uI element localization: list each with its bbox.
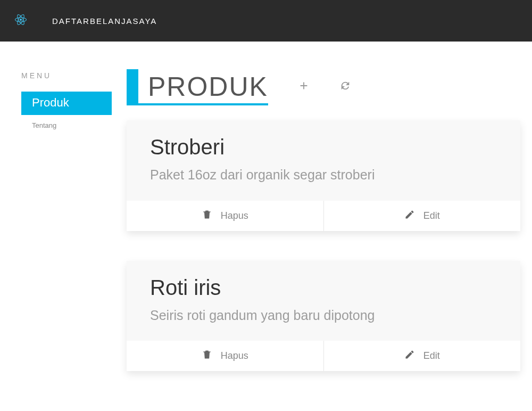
sidebar-item-label: Produk: [32, 96, 69, 109]
plus-icon: [298, 84, 310, 93]
sidebar-item-produk[interactable]: Produk: [21, 92, 112, 115]
edit-icon: [404, 349, 415, 363]
app-title: DAFTARBELANJASAYA: [52, 17, 157, 26]
add-product-button[interactable]: [298, 80, 310, 94]
sidebar-item-label: Tentang: [32, 121, 56, 129]
delete-button[interactable]: Hapus: [127, 201, 323, 231]
refresh-icon: [339, 84, 351, 93]
product-name: Stroberi: [150, 135, 499, 159]
edit-button[interactable]: Edit: [323, 201, 521, 231]
edit-button[interactable]: Edit: [323, 341, 521, 371]
page-heading-box: PRODUK: [127, 71, 268, 105]
product-description: Paket 16oz dari organik segar stroberi: [150, 162, 499, 188]
refresh-button[interactable]: [339, 80, 351, 94]
delete-label: Hapus: [221, 210, 248, 221]
product-card: Stroberi Paket 16oz dari organik segar s…: [127, 120, 520, 231]
delete-button[interactable]: Hapus: [127, 341, 323, 371]
product-description: Seiris roti gandum yang baru dipotong: [150, 303, 499, 328]
page-heading: PRODUK: [127, 71, 520, 105]
product-name: Roti iris: [150, 276, 499, 300]
delete-label: Hapus: [221, 350, 248, 361]
page-title: PRODUK: [148, 71, 268, 102]
edit-label: Edit: [423, 350, 440, 361]
edit-icon: [404, 209, 415, 223]
trash-icon: [202, 349, 212, 363]
main-panel: PRODUK Stroberi Paket 16oz dari or: [127, 71, 520, 371]
product-card: Roti iris Seiris roti gandum yang baru d…: [127, 261, 520, 372]
svg-point-0: [20, 19, 22, 21]
edit-label: Edit: [423, 210, 440, 221]
react-logo-icon: [11, 10, 31, 32]
trash-icon: [202, 209, 212, 223]
sidebar-label: MENU: [21, 71, 112, 80]
sidebar-item-tentang[interactable]: Tentang: [21, 115, 112, 136]
sidebar: MENU Produk Tentang: [21, 71, 112, 371]
app-header: DAFTARBELANJASAYA: [0, 0, 532, 42]
